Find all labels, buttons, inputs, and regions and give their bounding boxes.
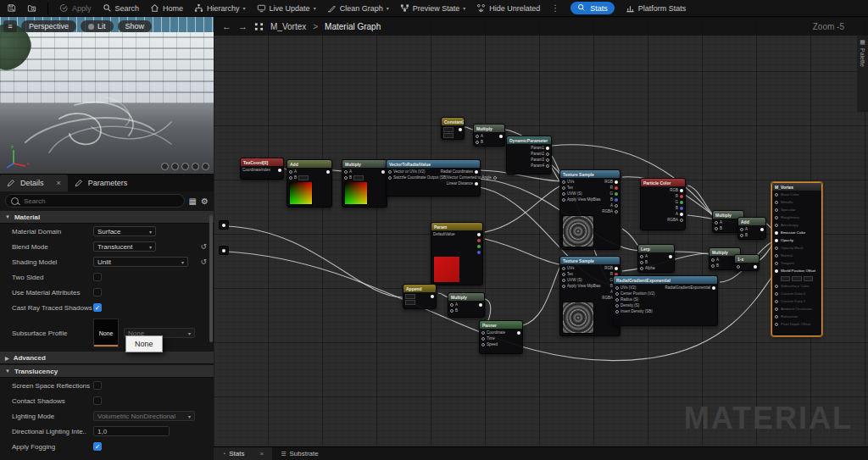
pin[interactable]: [775, 231, 778, 235]
pin[interactable]: [475, 182, 478, 186]
detail-checkbox[interactable]: [93, 396, 102, 405]
pin[interactable]: [562, 186, 565, 190]
value-box[interactable]: [298, 175, 309, 180]
platform-stats-button[interactable]: Platform Stats: [626, 3, 687, 13]
viewport-button[interactable]: [181, 163, 189, 170]
back-arrow-icon[interactable]: ←: [222, 21, 231, 31]
pin[interactable]: [450, 303, 453, 307]
section-header-material[interactable]: ▼Material: [0, 211, 214, 224]
pin[interactable]: [499, 135, 503, 138]
home-button[interactable]: Home: [150, 3, 183, 13]
pin[interactable]: [680, 207, 683, 210]
add-node-2[interactable]: AddAB: [737, 217, 766, 240]
multiply-uv-node[interactable]: MultiplyAB: [342, 159, 387, 208]
value-box[interactable]: [405, 294, 415, 299]
pin[interactable]: [562, 273, 565, 276]
pin[interactable]: [669, 255, 672, 258]
display-filter-icon[interactable]: ▦: [189, 197, 197, 206]
pin[interactable]: [615, 186, 618, 190]
pin[interactable]: [289, 176, 292, 180]
pin[interactable]: [562, 192, 565, 196]
pin[interactable]: [493, 176, 497, 180]
pin[interactable]: [740, 228, 743, 231]
radial-gradient-exponential-node[interactable]: RadialGradientExponentialUVs (V2)RadialG…: [613, 275, 718, 326]
pin[interactable]: [615, 180, 618, 184]
pin[interactable]: [680, 189, 683, 192]
lerp-node[interactable]: LerpABAlpha: [637, 244, 675, 273]
search-input[interactable]: [22, 197, 179, 206]
pin[interactable]: [615, 210, 618, 213]
viewport-toolbar-buttons[interactable]: [161, 163, 209, 170]
detail-dropdown[interactable]: Surface▾: [93, 226, 156, 236]
pin[interactable]: [476, 135, 479, 138]
tab-details[interactable]: Details ×: [0, 175, 68, 191]
value-box[interactable]: [792, 276, 801, 281]
pin[interactable]: [477, 233, 481, 236]
detail-checkbox[interactable]: [93, 288, 102, 297]
detail-dropdown[interactable]: Volumetric NonDirectional▾: [93, 411, 195, 421]
pin[interactable]: [775, 315, 778, 319]
pin[interactable]: [222, 249, 225, 252]
viewport-button[interactable]: [192, 163, 199, 170]
pin[interactable]: [475, 170, 478, 174]
pin[interactable]: [754, 265, 757, 269]
pin[interactable]: [615, 286, 619, 290]
texture-param-node[interactable]: ParamDefaultValue: [431, 222, 483, 285]
reset-to-default-icon[interactable]: ↺: [200, 258, 207, 266]
pin[interactable]: [222, 224, 225, 227]
preview-state-menu[interactable]: Preview State▾: [400, 3, 466, 13]
material-graph[interactable]: ← → M_Vortex > Material Graph Zoom -5 ▦ …: [214, 17, 868, 460]
tab-substrate[interactable]: ☰ Substrate: [272, 447, 327, 460]
gear-icon[interactable]: ⚙: [201, 197, 209, 206]
detail-checkbox[interactable]: [93, 273, 102, 281]
pin[interactable]: [775, 254, 778, 258]
pin[interactable]: [640, 261, 643, 264]
one-minus-node[interactable]: 1-x: [734, 254, 760, 271]
pin[interactable]: [615, 298, 619, 302]
save-icon[interactable]: [7, 3, 16, 13]
pin[interactable]: [775, 269, 778, 273]
browse-asset-icon[interactable]: [27, 3, 36, 13]
pin[interactable]: [615, 267, 618, 270]
pin[interactable]: [712, 286, 715, 290]
breadcrumb-asset[interactable]: M_Vortex: [270, 22, 306, 31]
viewport-button[interactable]: [161, 163, 169, 170]
asset-thumbnail[interactable]: None: [93, 319, 119, 347]
breadcrumb-view[interactable]: Material Graph: [325, 22, 381, 31]
viewport-button[interactable]: [202, 163, 209, 170]
pin[interactable]: [477, 245, 481, 248]
pin[interactable]: [431, 295, 434, 298]
pin[interactable]: [680, 195, 683, 198]
clean-graph-menu[interactable]: Clean Graph▾: [327, 3, 389, 13]
close-icon[interactable]: ×: [259, 450, 264, 457]
pin[interactable]: [775, 262, 778, 265]
panner-node[interactable]: PannerCoordinateTimeSpeed: [479, 320, 523, 354]
pin[interactable]: [760, 228, 764, 231]
constant2-node[interactable]: Constant2: [441, 117, 465, 140]
pin[interactable]: [546, 158, 549, 162]
tab-stats[interactable]: ◔ Stats ×: [214, 447, 272, 460]
pin[interactable]: [326, 170, 330, 174]
search-button[interactable]: Search: [103, 3, 140, 13]
pin[interactable]: [775, 247, 778, 250]
hierarchy-menu[interactable]: Hierarchy▾: [194, 3, 246, 13]
detail-checkbox[interactable]: [93, 381, 102, 390]
section-header-advanced[interactable]: ▶Advanced: [0, 352, 214, 364]
pin[interactable]: [775, 323, 778, 326]
detail-dropdown[interactable]: Unlit▾: [93, 257, 188, 267]
pin[interactable]: [546, 147, 549, 150]
value-box[interactable]: [443, 133, 453, 138]
viewport-menu-button[interactable]: ≡: [3, 20, 17, 32]
vector-to-radial-node[interactable]: VectorToRadialValueVector or UVs (V2)Rad…: [386, 159, 481, 197]
palette-tab[interactable]: ▦ Palette: [857, 36, 868, 112]
pin[interactable]: [775, 193, 778, 197]
pin[interactable]: [615, 192, 618, 196]
pin[interactable]: [562, 180, 565, 184]
pin[interactable]: [517, 331, 520, 335]
pin[interactable]: [476, 141, 479, 144]
append-node[interactable]: Append: [403, 284, 437, 309]
perspective-dropdown[interactable]: Perspective: [21, 20, 76, 32]
pin[interactable]: [615, 198, 618, 202]
dropdown-popup-item[interactable]: None: [125, 335, 163, 352]
pin[interactable]: [388, 176, 392, 180]
